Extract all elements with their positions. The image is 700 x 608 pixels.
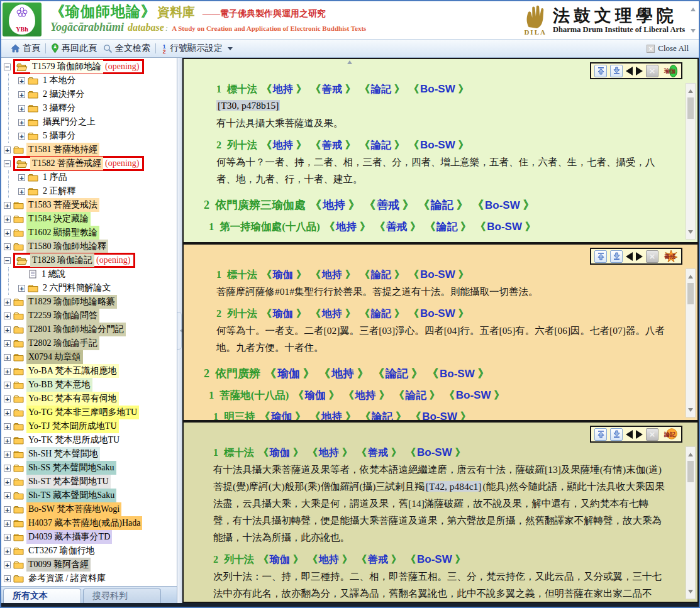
- sidebar-tab-search-outline[interactable]: 搜尋科判: [83, 589, 161, 603]
- panel-scrollbar[interactable]: [686, 83, 696, 240]
- source-link[interactable]: 論記: [371, 84, 391, 94]
- tree-item-T1584[interactable]: +T1584 決定藏論: [3, 212, 177, 226]
- tree-item-D4039[interactable]: +D4039 藏本攝事分TD: [3, 530, 177, 544]
- prev-section-button[interactable]: [626, 430, 633, 439]
- source-link[interactable]: 善戒: [368, 447, 388, 458]
- next-section-button[interactable]: [636, 430, 643, 439]
- tree-item-T1579-1[interactable]: +1 本地分: [3, 74, 177, 87]
- tree-item-Yo-BB[interactable]: +Yo-BB 梵本意地: [3, 378, 177, 392]
- expand-expander-icon[interactable]: +: [4, 354, 11, 361]
- scroll-to-bottom-button[interactable]: [610, 65, 623, 77]
- ybh-logo[interactable]: YBh: [3, 3, 42, 36]
- source-link[interactable]: 論記: [371, 140, 391, 150]
- source-link[interactable]: Bo-SW: [420, 139, 455, 151]
- expand-expander-icon[interactable]: +: [18, 105, 25, 112]
- tree-item-label[interactable]: T2801 瑜伽師地論分門記: [26, 323, 126, 336]
- tree-item-label[interactable]: 2 攝決擇分: [41, 87, 87, 101]
- tree-item-T2802[interactable]: +T2802 瑜伽論手記: [3, 336, 177, 350]
- expand-expander-icon[interactable]: +: [4, 534, 11, 541]
- revisit-page-button[interactable]: A 再回此頁: [48, 41, 100, 55]
- tree-item-label[interactable]: Yo-TK 梵本思所成地TU: [26, 433, 121, 447]
- tree-item-T1583[interactable]: +T1583 菩薩受戒法: [3, 198, 177, 212]
- tree-item-label[interactable]: Sh-TS 藏本聲聞地Saku: [26, 489, 116, 502]
- tree-item-label[interactable]: Yo-BC 梵本有尋有伺地: [26, 392, 119, 406]
- tree-item-Sh-SS[interactable]: +Sh-SS 梵本聲聞地Saku: [3, 461, 177, 475]
- tree-item-label[interactable]: 參考資源 / 諸資料庫: [26, 572, 108, 585]
- tree-item-label[interactable]: T1579 瑜伽師地論: [30, 60, 103, 74]
- tree-item-label[interactable]: T0099 雜阿含經: [26, 558, 91, 572]
- tree-item-CT3267[interactable]: +CT3267 瑜伽行地: [3, 544, 177, 558]
- tree-item-T1579-5[interactable]: +5 攝事分: [3, 129, 177, 143]
- collapse-expander-icon[interactable]: −: [4, 160, 11, 167]
- tree-item-label[interactable]: T1581 菩薩地持經: [26, 143, 99, 157]
- expand-expander-icon[interactable]: +: [4, 437, 11, 444]
- collapse-up-icon[interactable]: [347, 58, 352, 64]
- close-panel-button[interactable]: ×: [646, 428, 658, 441]
- tree-item-Yo-TJ[interactable]: +Yo-TJ 梵本聞所成地TU: [3, 419, 177, 433]
- source-link[interactable]: 善戒: [377, 199, 399, 211]
- source-link[interactable]: Bo-SW: [420, 307, 455, 319]
- source-link[interactable]: 地持: [319, 447, 339, 458]
- source-link[interactable]: 瑜伽: [277, 367, 300, 380]
- source-link[interactable]: Bo-SW: [440, 368, 475, 380]
- expand-expander-icon[interactable]: +: [4, 395, 11, 402]
- next-section-button[interactable]: [636, 67, 643, 75]
- tree-item-label[interactable]: T1584 決定藏論: [26, 212, 91, 226]
- tree-item-label[interactable]: T1580 瑜伽師地論釋: [26, 240, 108, 253]
- tree-item-T1580[interactable]: +T1580 瑜伽師地論釋: [3, 240, 177, 253]
- source-link[interactable]: Bo-SW: [420, 83, 455, 95]
- source-link[interactable]: Bo-SW: [417, 446, 452, 458]
- source-link[interactable]: 善戒: [368, 554, 388, 565]
- source-link[interactable]: Bo-SW: [456, 389, 491, 401]
- scroll-to-top-button[interactable]: [594, 250, 607, 263]
- expand-expander-icon[interactable]: +: [4, 229, 11, 236]
- source-link[interactable]: Bo-SW: [485, 199, 520, 211]
- source-link[interactable]: 瑜伽: [270, 447, 290, 458]
- pane-splitter[interactable]: [177, 58, 182, 603]
- scroll-to-top-button[interactable]: [594, 428, 607, 441]
- tree-item-label[interactable]: Sh-SS 梵本聲聞地Saku: [26, 461, 116, 475]
- source-link[interactable]: 論記: [431, 199, 453, 211]
- expand-expander-icon[interactable]: +: [4, 423, 11, 430]
- tree-item-X0794[interactable]: +X0794 劫章頌: [3, 350, 177, 364]
- tree-item-T1579-2[interactable]: +2 攝決擇分: [3, 87, 177, 101]
- tree-item-label[interactable]: 2 正解釋: [41, 184, 78, 198]
- tree-item-label[interactable]: T2259 瑜伽論問答: [26, 309, 99, 323]
- tree-item-label[interactable]: D4039 藏本攝事分TD: [26, 530, 112, 544]
- tree-item-label[interactable]: Yo-BB 梵本意地: [26, 378, 92, 392]
- source-link[interactable]: 地持: [273, 140, 293, 150]
- scrollbar-thumb[interactable]: [687, 283, 694, 304]
- tree-item-label[interactable]: Yo-TJ 梵本聞所成地TU: [26, 419, 119, 433]
- prev-section-button[interactable]: [626, 252, 633, 261]
- tree-item-label[interactable]: Sh-SH 梵本聲聞地: [26, 447, 100, 461]
- tree-item-label[interactable]: Bo-SW 梵本菩薩地Wogi: [26, 502, 121, 516]
- source-link[interactable]: Bo-SW: [417, 553, 452, 565]
- source-link[interactable]: 地持: [331, 367, 354, 380]
- scrollbar-up-icon[interactable]: [688, 272, 693, 279]
- expand-expander-icon[interactable]: +: [4, 548, 11, 555]
- source-link[interactable]: 論記: [371, 269, 391, 280]
- expand-expander-icon[interactable]: +: [4, 243, 11, 250]
- expand-expander-icon[interactable]: +: [4, 326, 11, 333]
- prev-section-button[interactable]: [626, 67, 633, 75]
- scrollbar-thumb[interactable]: [687, 461, 694, 482]
- panel-scrollbar[interactable]: [686, 268, 696, 417]
- tree-item-refs[interactable]: +參考資源 / 諸資料庫: [3, 572, 177, 585]
- tree-item-label[interactable]: H4037 藏本菩薩地(戒品)Hada: [26, 516, 142, 530]
- source-link[interactable]: 地持: [336, 221, 357, 233]
- tree-item-label[interactable]: Yo-TG 梵本非三摩呬多地TU: [26, 406, 139, 419]
- source-link[interactable]: 論記: [371, 308, 391, 319]
- source-link[interactable]: 瑜伽: [273, 269, 293, 280]
- tree-item-T1829[interactable]: +T1829 瑜伽師地論略纂: [3, 295, 177, 309]
- expand-expander-icon[interactable]: +: [18, 133, 25, 140]
- panel-scrollbar[interactable]: [686, 446, 696, 599]
- expand-expander-icon[interactable]: +: [4, 506, 11, 513]
- expand-expander-icon[interactable]: +: [18, 77, 25, 84]
- tree-item-T2259[interactable]: +T2259 瑜伽論問答: [3, 309, 177, 323]
- expand-expander-icon[interactable]: +: [4, 216, 11, 223]
- tree-item-label[interactable]: T2802 瑜伽論手記: [26, 336, 99, 350]
- collapse-expander-icon[interactable]: −: [4, 257, 11, 264]
- tree-item-label[interactable]: 3 攝釋分: [41, 101, 78, 115]
- tree-item-H4037[interactable]: +H4037 藏本菩薩地(戒品)Hada: [3, 516, 177, 530]
- source-link[interactable]: 善戒: [322, 84, 342, 94]
